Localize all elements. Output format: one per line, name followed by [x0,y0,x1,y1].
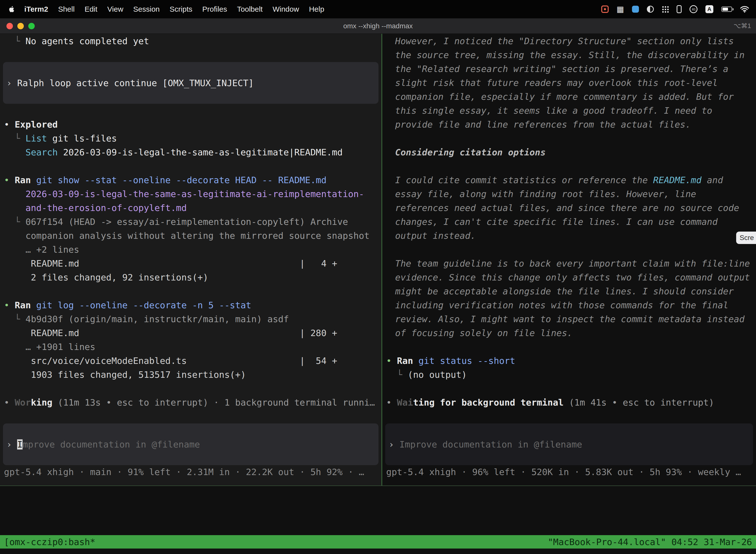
git-status-command: git status --short [419,356,515,366]
zoom-button[interactable] [28,23,35,29]
dots-grid-icon[interactable] [662,6,669,13]
phone-icon[interactable] [677,5,682,13]
traffic-lights [0,23,35,29]
text-cursor: I [17,439,22,449]
readme-file-reference: README.md [653,175,701,185]
input-source-icon[interactable]: A [705,5,713,13]
git-status-command-line: • Ran git status --short [382,354,756,368]
thinking-line: this single essay, it seems like a good … [382,104,756,118]
apple-menu[interactable] [0,6,20,13]
menu-item-window[interactable]: Window [268,5,304,13]
waiting-shimmer-bright: ting for background terminal [413,397,564,407]
agents-note-line: └ No agents completed yet [0,34,381,48]
wifi-icon[interactable] [740,6,749,13]
dots-grid-dots [662,6,664,8]
git-log-stat-summary: 1903 files changed, 513517 insertions(+) [0,368,381,382]
menu-item-edit[interactable]: Edit [80,5,103,13]
omx-status-line: [OMX#0.11.9] cczip/essay/ai-reimplementa… [0,493,756,507]
ran-label: Ran [397,356,419,366]
action-search-label: Search [25,147,58,157]
window-titlebar[interactable]: omx --xhigh --madmax ⌥⌘1 [0,18,756,34]
git-show-stat-readme: README.md | 4 + [0,257,381,271]
ralph-banner-text: Ralph loop active continue [OMX_TMUX_INJ… [17,78,254,88]
menu-item-session[interactable]: Session [128,5,165,13]
battery-fill [722,8,728,11]
composer-placeholder: mprove documentation in @filename [22,439,200,449]
no-output-text: (no output) [408,370,467,380]
indent [4,147,25,157]
working-shimmer-bright: king [31,397,52,407]
tmux-pane-divider[interactable] [381,34,382,486]
window-shortcut-hint: ⌥⌘1 [734,22,756,30]
tmux-status-bar: [omx-cczip0:bash* "MacBook-Pro-44.local"… [0,535,756,549]
waiting-status-line: • Waiting for background terminal (1m 41… [382,396,756,409]
thinking-line: review. Also, I might want to inspect th… [382,312,756,326]
menu-item-iterm2[interactable]: iTerm2 [20,5,53,13]
apple-logo-icon [9,6,15,13]
git-log-more-lines: … +1901 lines [0,340,381,354]
model-status-line-left: gpt-5.4 xhigh · main · 91% left · 2.31M … [0,465,381,479]
composer-input-right[interactable]: › Improve documentation in @filename [385,424,753,465]
working-bullet: • [4,397,15,407]
thinking-line: output instead. [382,229,756,243]
thinking-text: I could cite commit statistics or refere… [395,175,653,185]
search-args: 2026-03-09-is-legal-the-same-as-legitima… [58,147,343,157]
ran-bullet: • [4,300,15,310]
close-button[interactable] [6,23,13,29]
battery-gauge-icon[interactable]: .61 [690,5,697,13]
thinking-line: The team guideline is to back every impo… [382,257,756,271]
blue-app-icon[interactable] [632,6,639,13]
menu-item-scripts[interactable]: Scripts [165,5,197,13]
thinking-line: might be acceptable alongside the file l… [382,284,756,298]
git-show-more-lines: … +2 lines [0,243,381,257]
thinking-line: I could cite commit statistics or refere… [382,173,756,187]
tree-glyph: └ [4,36,25,46]
screen-recording-icon[interactable] [601,5,609,13]
window-title: omx --xhigh --madmax [0,22,756,30]
working-shimmer-dim: Wor [15,397,31,407]
menu-item-view[interactable]: View [103,5,128,13]
menu-item-help[interactable]: Help [304,5,329,13]
thinking-text: and [701,175,723,185]
thinking-line: evidence. Since this change only affects… [382,271,756,284]
tmux-session-window: [omx-cczip0:bash* [4,537,95,547]
git-show-output-1: └ 067f154 (HEAD -> essay/ai-reimplementa… [0,215,381,229]
git-show-arg-wrap-2: and-the-erosion-of-copyleft.md [0,201,381,215]
tree-glyph: └ [4,133,25,144]
git-log-output-1: └ 4b9d30f (origin/main, instructkr/main,… [0,312,381,326]
git-status-output: └ (no output) [382,368,756,382]
window-grid-icon[interactable]: ▦ [617,5,624,13]
thinking-line: references need actual files, and since … [382,201,756,215]
battery-icon[interactable] [721,6,732,12]
tree-glyph: └ [4,314,25,324]
menu-item-toolbelt[interactable]: Toolbelt [232,5,268,13]
menu-item-shell[interactable]: Shell [53,5,80,13]
model-status-line-right: gpt-5.4 xhigh · 96% left · 520K in · 5.8… [382,465,756,479]
composer-placeholder: Improve documentation in @filename [399,439,582,449]
screen-share-edge-button[interactable]: Scre [736,232,756,244]
thinking-line: the source tree, missing the essay. Stil… [382,48,756,62]
thinking-line: companion file, especially if more comme… [382,90,756,104]
tmux-pane-left[interactable]: └ No agents completed yet › Ralph loop a… [0,34,381,486]
waiting-detail: (1m 41s • esc to interrupt) [564,397,714,407]
menu-bar: iTerm2 Shell Edit View Session Scripts P… [0,0,756,18]
waiting-shimmer-dim: Wai [397,397,413,407]
action-list-label: List [25,133,47,144]
explored-search-line: Search 2026-03-09-is-legal-the-same-as-l… [0,146,381,159]
explored-title: Explored [15,119,58,129]
git-log-command-line: • Ran git log --oneline --decorate -n 5 … [0,298,381,312]
minimize-button[interactable] [17,23,24,29]
tmux-host-clock: "MacBook-Pro-44.local" 04:52 31-Mar-26 [548,537,752,547]
dark-circle-icon[interactable] [647,6,654,13]
explored-header: • Explored [0,118,381,131]
thinking-line: changes, I can't cite specific file line… [382,215,756,229]
ran-label: Ran [15,175,36,185]
git-log-stat-voice: src/voice/voiceModeEnabled.ts | 54 + [0,354,381,368]
tmux-pane-right[interactable]: However, I noticed the "Directory Struct… [382,34,756,486]
composer-input-left[interactable]: › Improve documentation in @filename [3,424,378,465]
working-detail: (11m 13s • esc to interrupt) · 1 backgro… [52,397,375,407]
tree-glyph: └ [386,370,408,380]
menu-item-profiles[interactable]: Profiles [197,5,232,13]
thinking-line: essay file, along with finding root file… [382,187,756,201]
tmux-bottom-border [0,486,756,486]
